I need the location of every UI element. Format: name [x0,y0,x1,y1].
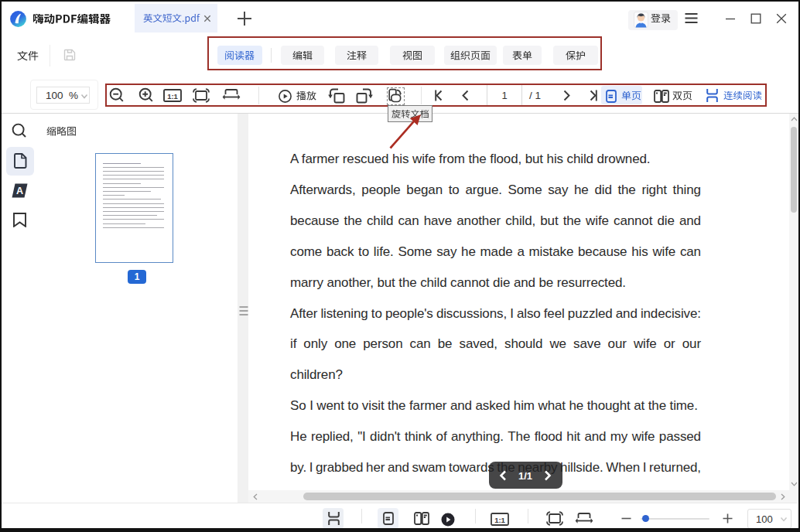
svg-text:1:1: 1:1 [494,515,505,523]
svg-text:A: A [15,186,22,196]
